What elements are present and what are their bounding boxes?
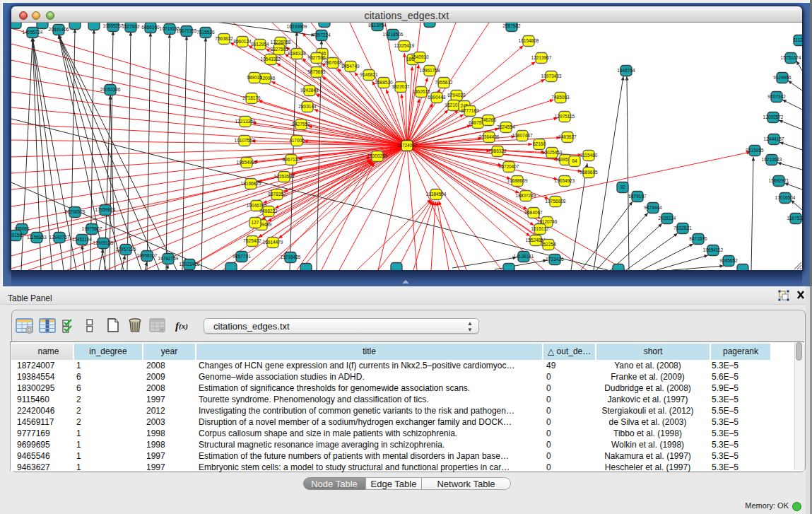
svg-text:12353594: 12353594 xyxy=(274,174,295,179)
svg-text:20691406: 20691406 xyxy=(49,27,69,32)
svg-text:10688609: 10688609 xyxy=(507,178,528,183)
svg-text:10543382: 10543382 xyxy=(261,57,281,62)
svg-text:15692971: 15692971 xyxy=(769,178,789,183)
svg-text:11156853: 11156853 xyxy=(27,235,47,240)
svg-text:12213369: 12213369 xyxy=(235,119,256,124)
svg-text:9689695: 9689695 xyxy=(579,170,598,175)
svg-text:17359924: 17359924 xyxy=(95,207,116,212)
svg-text:(x): (x) xyxy=(179,322,188,331)
svg-text:10958107: 10958107 xyxy=(137,253,158,258)
svg-text:1362615: 1362615 xyxy=(412,89,430,94)
svg-text:9129966: 9129966 xyxy=(773,75,792,80)
svg-text:8912954: 8912954 xyxy=(251,42,269,47)
svg-text:8267110: 8267110 xyxy=(283,157,300,162)
svg-text:11325419: 11325419 xyxy=(394,43,415,48)
svg-text:8186328: 8186328 xyxy=(288,51,306,56)
svg-text:15300295: 15300295 xyxy=(367,153,388,158)
svg-text:1615112: 1615112 xyxy=(531,226,549,231)
svg-text:12444157: 12444157 xyxy=(764,136,784,141)
svg-text:16914479: 16914479 xyxy=(263,240,283,245)
svg-text:14055724: 14055724 xyxy=(23,30,43,35)
svg-text:12923468: 12923468 xyxy=(180,262,200,267)
svg-text:1588520: 1588520 xyxy=(375,80,393,85)
svg-text:10025453: 10025453 xyxy=(542,150,563,155)
svg-text:10655267: 10655267 xyxy=(103,23,124,28)
svg-text:39159: 39159 xyxy=(11,233,22,238)
svg-text:12942757: 12942757 xyxy=(49,235,70,240)
svg-text:2935114: 2935114 xyxy=(659,216,676,221)
svg-text:1167533: 1167533 xyxy=(787,216,802,221)
svg-text:989015: 989015 xyxy=(247,75,262,80)
svg-text:19654923: 19654923 xyxy=(555,178,575,183)
svg-text:6879197: 6879197 xyxy=(628,194,647,199)
svg-text:10961758: 10961758 xyxy=(420,68,440,73)
svg-text:6990448: 6990448 xyxy=(428,95,446,100)
svg-text:12213967: 12213967 xyxy=(531,55,552,60)
svg-text:9227342: 9227342 xyxy=(767,94,786,99)
svg-text:15716485: 15716485 xyxy=(281,255,301,259)
svg-text:12975115: 12975115 xyxy=(555,114,575,119)
svg-text:9242848: 9242848 xyxy=(300,88,319,93)
svg-text:8215955: 8215955 xyxy=(746,148,764,153)
svg-text:2803144: 2803144 xyxy=(298,104,317,109)
svg-text:20206576: 20206576 xyxy=(65,209,86,214)
svg-text:7357224: 7357224 xyxy=(312,33,331,37)
svg-text:6466160: 6466160 xyxy=(141,25,160,30)
svg-text:9777169: 9777169 xyxy=(461,108,479,113)
svg-text:5875685: 5875685 xyxy=(307,69,326,74)
svg-text:6794028: 6794028 xyxy=(447,93,466,98)
svg-text:7515526: 7515526 xyxy=(196,30,215,35)
svg-text:20053346: 20053346 xyxy=(100,87,121,92)
svg-text:8813054: 8813054 xyxy=(368,23,387,28)
svg-text:15751074: 15751074 xyxy=(781,55,801,60)
svg-text:92: 92 xyxy=(620,185,625,189)
svg-text:2718176: 2718176 xyxy=(242,95,261,100)
svg-text:8454749: 8454749 xyxy=(341,64,360,69)
svg-text:20364436: 20364436 xyxy=(479,134,500,139)
svg-text:10107553: 10107553 xyxy=(235,138,255,143)
svg-text:746266: 746266 xyxy=(481,117,496,122)
svg-text:19218506: 19218506 xyxy=(383,32,404,37)
svg-text:16033809: 16033809 xyxy=(287,24,307,29)
svg-text:1648764: 1648764 xyxy=(617,68,635,73)
svg-text:9498222: 9498222 xyxy=(259,209,278,214)
svg-text:7625402: 7625402 xyxy=(243,238,261,243)
svg-text:10973493: 10973493 xyxy=(541,74,562,78)
svg-text:8878352: 8878352 xyxy=(268,192,286,197)
svg-text:9684067: 9684067 xyxy=(524,210,543,215)
svg-text:62160: 62160 xyxy=(533,141,546,146)
svg-text:9146821: 9146821 xyxy=(360,72,378,77)
svg-text:417006: 417006 xyxy=(289,138,305,143)
svg-text:12905135: 12905135 xyxy=(93,240,114,245)
svg-text:2867608: 2867608 xyxy=(324,60,342,65)
svg-text:1540910: 1540910 xyxy=(411,54,429,59)
svg-text:10807487: 10807487 xyxy=(512,133,533,138)
svg-text:19975867: 19975867 xyxy=(82,226,102,231)
svg-text:2087682: 2087682 xyxy=(502,23,521,28)
svg-text:9245652: 9245652 xyxy=(719,258,738,263)
svg-text:18807249: 18807249 xyxy=(516,193,536,198)
svg-text:16210643: 16210643 xyxy=(762,157,782,162)
svg-text:9115460: 9115460 xyxy=(580,153,598,158)
svg-text:9327505: 9327505 xyxy=(270,47,288,52)
svg-text:64: 64 xyxy=(572,158,577,163)
svg-text:8660124: 8660124 xyxy=(233,39,252,44)
svg-text:8471676: 8471676 xyxy=(689,236,707,241)
svg-text:19166825: 19166825 xyxy=(241,181,261,186)
svg-text:7485063: 7485063 xyxy=(551,95,570,100)
svg-text:10654112: 10654112 xyxy=(703,247,724,252)
svg-text:17957225: 17957225 xyxy=(116,247,136,252)
svg-text:8427552: 8427552 xyxy=(292,122,310,127)
svg-text:16782759: 16782759 xyxy=(158,256,179,261)
svg-text:11123: 11123 xyxy=(793,37,802,42)
svg-text:7955812: 7955812 xyxy=(435,80,453,85)
svg-text:14136141: 14136141 xyxy=(514,254,534,259)
svg-text:16671355: 16671355 xyxy=(177,28,197,33)
svg-text:3624554: 3624554 xyxy=(497,124,515,129)
svg-text:18724007: 18724007 xyxy=(397,143,418,148)
svg-text:16154808: 16154808 xyxy=(519,38,539,43)
svg-text:7563822: 7563822 xyxy=(215,36,233,41)
svg-text:252254: 252254 xyxy=(541,242,556,247)
svg-text:19384554: 19384554 xyxy=(426,192,447,197)
svg-text:7632621: 7632621 xyxy=(673,226,692,230)
